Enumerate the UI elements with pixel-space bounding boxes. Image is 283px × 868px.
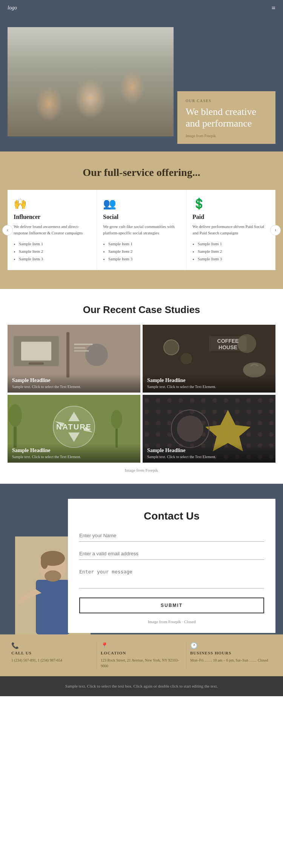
service-card-social: 👥 Social We grow cult-like social commun… [97,190,186,270]
case-studies-section: Our Recent Case Studies Sample Headl [0,289,283,484]
location-icon: 📍 [101,642,182,649]
svg-point-5 [85,344,108,366]
case-subtext-4: Sample text. Click to select the Text El… [147,455,271,459]
phone-icon: 📞 [11,642,93,649]
svg-rect-35 [36,580,70,634]
footer-call-us: 📞 CALL US 1 (234) 567-891, 1 (234) 987-6… [8,642,97,669]
influencer-icon: 🙌 [14,197,91,210]
list-item: Sample Item 1 [19,240,91,248]
list-item: Sample Item 2 [108,248,180,255]
case-item-3[interactable]: NATURE Sample Headline Sample text. Clic… [8,395,140,463]
clock-icon: 🕐 [190,642,272,649]
case-subtext-1: Sample text. Click to select the Text El… [12,385,136,389]
hours-text: Mon–Fri …… 10 am – 6 pm, Sat–Sun …… Clos… [190,657,272,663]
service-name-influencer: Influencer [14,214,91,220]
service-desc-social: We grow cult-like social communities wit… [103,223,180,236]
service-list-influencer: Sample Item 1 Sample Item 2 Sample Item … [14,240,91,263]
carousel-arrow-right[interactable]: › [270,225,281,235]
case-subtext-3: Sample text. Click to select the Text El… [12,455,136,459]
contact-credit: Image from Freepik · Closed [79,619,264,624]
case-item-2[interactable]: COFFEE HOUSE Sample Headline Sample text… [143,325,275,393]
svg-rect-4 [66,332,69,377]
service-card-paid: 💲 Paid We deliver performance-driven Pai… [186,190,275,270]
list-item: Sample Item 3 [198,255,269,263]
svg-point-36 [45,570,61,582]
contact-name-input[interactable] [79,530,264,542]
location-label: LOCATION [101,651,182,655]
services-title: Our full-service offering... [8,167,275,179]
contact-section: Contact Us SUBMIT Image from Freepik · C… [0,484,283,634]
svg-text:COFFEE: COFFEE [217,338,239,344]
svg-rect-8 [74,350,89,351]
services-cards-container: 🙌 Influencer We deliver brand awareness … [8,190,275,270]
case-subtext-2: Sample text. Click to select the Text El… [147,385,271,389]
call-us-label: CALL US [11,651,93,655]
svg-point-30 [177,416,203,442]
cases-credit: Image from Freepik [8,468,275,472]
hero-people-image [8,27,174,136]
case-headline-4: Sample Headline [147,448,271,454]
footer-bottom: Sample text. Click to select the text bo… [0,676,283,696]
case-overlay-1: Sample Headline Sample text. Click to se… [8,374,140,393]
services-carousel: ‹ 🙌 Influencer We deliver brand awarenes… [8,190,275,270]
hero-title: We blend creative and performance [186,106,267,129]
case-overlay-3: Sample Headline Sample text. Click to se… [8,444,140,463]
case-item-4[interactable]: Sample Headline Sample text. Click to se… [143,395,275,463]
social-icon: 👥 [103,197,180,210]
service-desc-paid: We deliver performance-driven Paid Socia… [192,223,269,236]
svg-rect-3 [29,362,44,365]
svg-point-23 [111,410,122,429]
services-section: Our full-service offering... ‹ 🙌 Influen… [0,151,283,289]
logo: logo [8,5,17,11]
hero-tag: OUR CASES [186,99,267,103]
svg-rect-7 [74,347,85,348]
call-us-text: 1 (234) 567-891, 1 (234) 987-654 [11,657,93,663]
hero-overlay: OUR CASES We blend creative and performa… [177,91,275,144]
footer-info: 📞 CALL US 1 (234) 567-891, 1 (234) 987-6… [0,634,283,676]
footer-location: 📍 LOCATION 123 Rock Street, 21 Avenue, N… [97,642,186,669]
cases-grid: Sample Headline Sample text. Click to se… [8,325,275,463]
case-headline-2: Sample Headline [147,377,271,384]
carousel-arrow-left[interactable]: ‹ [2,225,13,235]
footer-bottom-text[interactable]: Sample text. Click to select the text bo… [8,683,275,689]
svg-point-10 [164,340,179,355]
case-overlay-4: Sample Headline Sample text. Click to se… [143,444,275,463]
contact-submit-button[interactable]: SUBMIT [79,598,264,613]
location-text: 123 Rock Street, 21 Avenue, New York, NY… [101,657,182,669]
hero-image [8,27,174,136]
list-item: Sample Item 3 [19,255,91,263]
case-headline-1: Sample Headline [12,377,136,384]
footer-hours: 🕐 BUSINESS HOURS Mon–Fri …… 10 am – 6 pm… [186,642,275,669]
hours-label: BUSINESS HOURS [190,651,272,655]
contact-box: Contact Us SUBMIT Image from Freepik · C… [68,499,275,633]
svg-point-11 [181,353,192,364]
menu-icon[interactable]: ≡ [272,4,275,12]
paid-icon: 💲 [192,197,269,210]
list-item: Sample Item 3 [108,255,180,263]
svg-point-21 [8,404,22,427]
svg-text:HOUSE: HOUSE [218,344,237,350]
site-header: logo ≡ [0,0,283,16]
service-list-social: Sample Item 1 Sample Item 2 Sample Item … [103,240,180,263]
case-headline-3: Sample Headline [12,448,136,454]
hero-section: OUR CASES We blend creative and performa… [0,16,283,151]
hero-credit: Image from Freepik [186,134,267,138]
service-desc-influencer: We deliver brand awareness and direct-re… [14,223,91,236]
list-item: Sample Item 1 [198,240,269,248]
list-item: Sample Item 2 [19,248,91,255]
svg-point-34 [41,555,48,569]
service-name-paid: Paid [192,214,269,220]
case-item-1[interactable]: Sample Headline Sample text. Click to se… [8,325,140,393]
service-card-influencer: 🙌 Influencer We deliver brand awareness … [8,190,97,270]
contact-message-input[interactable] [79,566,264,588]
case-studies-title: Our Recent Case Studies [8,304,275,316]
contact-email-input[interactable] [79,548,264,560]
list-item: Sample Item 1 [108,240,180,248]
list-item: Sample Item 2 [198,248,269,255]
svg-rect-6 [74,344,93,345]
contact-title: Contact Us [79,510,264,522]
service-list-paid: Sample Item 1 Sample Item 2 Sample Item … [192,240,269,263]
service-name-social: Social [103,214,180,220]
case-overlay-2: Sample Headline Sample text. Click to se… [143,374,275,393]
svg-text:NATURE: NATURE [56,423,92,431]
